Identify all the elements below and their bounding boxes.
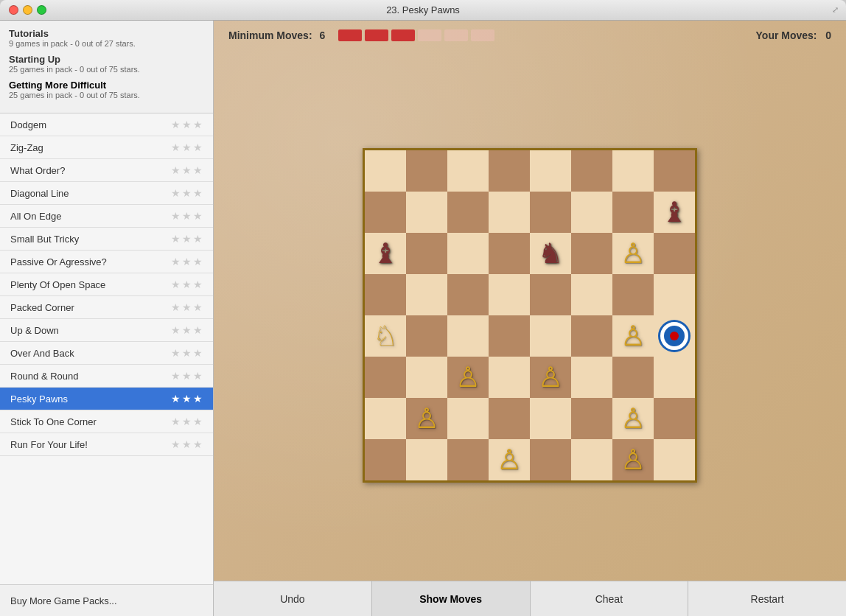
game-item-over-and-back[interactable]: Over And Back★★★ <box>0 342 213 365</box>
category-tutorials[interactable]: Tutorials 9 games in pack - 0 out of 27 … <box>9 28 204 48</box>
cell-5-7[interactable] <box>654 357 695 398</box>
cell-0-2[interactable] <box>447 150 489 192</box>
cell-3-0[interactable] <box>365 274 406 315</box>
cell-7-5[interactable] <box>571 439 612 480</box>
cell-2-1[interactable] <box>406 233 447 274</box>
star-0: ★ <box>171 233 181 245</box>
cell-2-0[interactable]: ♝ <box>365 233 406 274</box>
cell-1-5[interactable] <box>571 192 612 233</box>
cell-4-1[interactable] <box>406 315 447 357</box>
cell-0-3[interactable] <box>489 150 530 192</box>
cell-3-4[interactable] <box>530 274 571 315</box>
cell-6-7[interactable] <box>654 398 695 439</box>
game-name-over-and-back: Over And Back <box>10 348 74 359</box>
cell-2-6[interactable]: ♙ <box>612 233 654 274</box>
category-tutorials-subtitle: 9 games in pack - 0 out of 27 stars. <box>9 39 204 48</box>
cell-5-6[interactable] <box>612 357 654 398</box>
cell-3-2[interactable] <box>447 274 489 315</box>
cell-2-4[interactable]: ♞ <box>530 233 571 274</box>
game-stars-over-and-back: ★★★ <box>171 347 203 359</box>
cell-4-3[interactable] <box>489 315 530 357</box>
game-item-stick-to-one-corner[interactable]: Stick To One Corner★★★ <box>0 410 213 433</box>
cheat-button[interactable]: Cheat <box>531 581 689 616</box>
minimize-button[interactable] <box>23 5 32 15</box>
cell-4-7[interactable] <box>654 315 695 357</box>
cell-4-0[interactable]: ♘ <box>365 315 406 357</box>
star-2: ★ <box>193 301 203 313</box>
close-button[interactable] <box>9 5 18 15</box>
cell-1-6[interactable] <box>612 192 654 233</box>
cell-3-3[interactable] <box>489 274 530 315</box>
cell-0-4[interactable] <box>530 150 571 192</box>
cell-5-2[interactable]: ♙ <box>447 357 489 398</box>
game-item-passive-or-aggressive[interactable]: Passive Or Agressive?★★★ <box>0 251 213 273</box>
cell-5-3[interactable] <box>489 357 530 398</box>
cell-6-5[interactable] <box>571 398 612 439</box>
buy-more-button[interactable]: Buy More Game Packs... <box>0 584 213 616</box>
show-moves-button[interactable]: Show Moves <box>372 581 531 616</box>
cell-6-6[interactable]: ♙ <box>612 398 654 439</box>
game-item-run-for-your-life[interactable]: Run For Your Life!★★★ <box>0 433 213 456</box>
game-stars-packed-corner: ★★★ <box>171 301 203 313</box>
cell-4-2[interactable] <box>447 315 489 357</box>
game-stars-pesky-pawns: ★★★ <box>171 393 203 405</box>
cell-4-4[interactable] <box>530 315 571 357</box>
cell-6-1[interactable]: ♙ <box>406 398 447 439</box>
cell-0-7[interactable] <box>654 150 695 192</box>
game-item-dodgem[interactable]: Dodgem★★★ <box>0 113 213 136</box>
cell-6-2[interactable] <box>447 398 489 439</box>
cell-1-3[interactable] <box>489 192 530 233</box>
board-container: ♝♝♞♙♘♙♙♙♙♙♙♙ <box>214 50 846 581</box>
cell-3-1[interactable] <box>406 274 447 315</box>
game-item-small-but-tricky[interactable]: Small But Tricky★★★ <box>0 228 213 251</box>
game-item-all-on-edge[interactable]: All On Edge★★★ <box>0 205 213 228</box>
cell-2-5[interactable] <box>571 233 612 274</box>
game-item-round-and-round[interactable]: Round & Round★★★ <box>0 365 213 388</box>
cell-3-7[interactable] <box>654 274 695 315</box>
cell-1-2[interactable] <box>447 192 489 233</box>
cell-3-5[interactable] <box>571 274 612 315</box>
cell-4-6[interactable]: ♙ <box>612 315 654 357</box>
game-item-plenty-of-open-space[interactable]: Plenty Of Open Space★★★ <box>0 273 213 296</box>
category-starting-up[interactable]: Starting Up 25 games in pack - 0 out of … <box>9 54 204 74</box>
cell-7-1[interactable] <box>406 439 447 480</box>
cell-2-7[interactable] <box>654 233 695 274</box>
cell-5-0[interactable] <box>365 357 406 398</box>
restart-button[interactable]: Restart <box>688 581 846 616</box>
cell-7-6[interactable]: ♙ <box>612 439 654 480</box>
cheat-label: Cheat <box>595 593 623 605</box>
game-item-packed-corner[interactable]: Packed Corner★★★ <box>0 296 213 319</box>
cell-7-4[interactable] <box>530 439 571 480</box>
game-item-zig-zag[interactable]: Zig-Zag★★★ <box>0 136 213 159</box>
cell-6-0[interactable] <box>365 398 406 439</box>
cell-5-1[interactable] <box>406 357 447 398</box>
maximize-button[interactable] <box>37 5 46 15</box>
cell-4-5[interactable] <box>571 315 612 357</box>
cell-0-5[interactable] <box>571 150 612 192</box>
cell-6-4[interactable] <box>530 398 571 439</box>
undo-button[interactable]: Undo <box>214 581 372 616</box>
cell-7-0[interactable] <box>365 439 406 480</box>
restart-label: Restart <box>751 593 784 605</box>
cell-7-3[interactable]: ♙ <box>489 439 530 480</box>
game-item-pesky-pawns[interactable]: Pesky Pawns★★★ <box>0 388 213 410</box>
cell-1-0[interactable] <box>365 192 406 233</box>
cell-6-3[interactable] <box>489 398 530 439</box>
cell-7-7[interactable] <box>654 439 695 480</box>
cell-2-3[interactable] <box>489 233 530 274</box>
cell-1-1[interactable] <box>406 192 447 233</box>
cell-5-4[interactable]: ♙ <box>530 357 571 398</box>
cell-3-6[interactable] <box>612 274 654 315</box>
cell-5-5[interactable] <box>571 357 612 398</box>
cell-0-6[interactable] <box>612 150 654 192</box>
cell-0-1[interactable] <box>406 150 447 192</box>
game-item-up-and-down[interactable]: Up & Down★★★ <box>0 319 213 342</box>
cell-0-0[interactable] <box>365 150 406 192</box>
category-getting-more-difficult[interactable]: Getting More Difficult 25 games in pack … <box>9 80 204 99</box>
game-item-what-order[interactable]: What Order?★★★ <box>0 159 213 182</box>
cell-1-4[interactable] <box>530 192 571 233</box>
cell-1-7[interactable]: ♝ <box>654 192 695 233</box>
cell-2-2[interactable] <box>447 233 489 274</box>
cell-7-2[interactable] <box>447 439 489 480</box>
game-item-diagonal-line[interactable]: Diagonal Line★★★ <box>0 182 213 205</box>
